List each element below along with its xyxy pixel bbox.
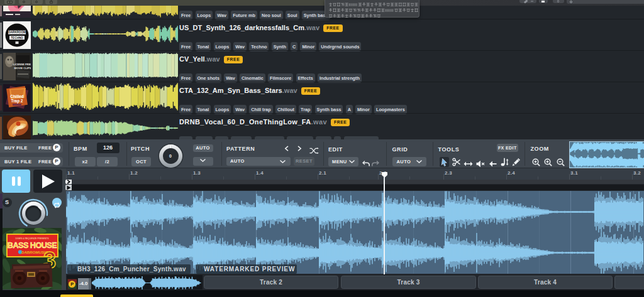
- svg-text:DIGEN & REQUENZE PRESENTS: DIGEN & REQUENZE PRESENTS: [16, 237, 50, 240]
